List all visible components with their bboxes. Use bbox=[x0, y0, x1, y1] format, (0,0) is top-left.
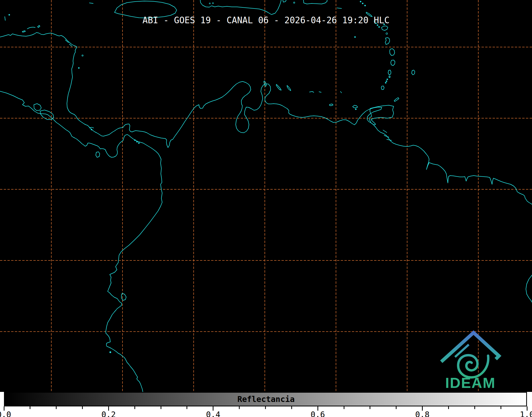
island-dot bbox=[386, 33, 388, 34]
coastline-los-roques bbox=[310, 91, 314, 92]
island-dot bbox=[354, 36, 356, 38]
island-dot bbox=[386, 81, 387, 82]
satellite-image-viewport: IDEAM ABI - GOES 19 - CANAL 06 - 2026-04… bbox=[0, 0, 532, 417]
coastline-brazil-coast-arc bbox=[526, 275, 532, 302]
colorbar-minor-tick bbox=[56, 406, 57, 409]
colorbar-tick-label: 0.2 bbox=[101, 410, 116, 417]
coastline-bocas-islet bbox=[89, 127, 94, 128]
coastline-guanaja bbox=[38, 25, 40, 28]
colorbar-minor-tick bbox=[448, 406, 449, 409]
colorbar-tick-label: 1.0 bbox=[520, 410, 532, 417]
island-dot bbox=[209, 3, 210, 4]
colorbar-minor-tick bbox=[370, 406, 370, 409]
map-title: ABI - GOES 19 - CANAL 06 - 2026-04-26 19… bbox=[0, 15, 532, 25]
coastline-bonaire bbox=[287, 85, 291, 91]
colorbar-tick-label: 0.8 bbox=[415, 410, 430, 417]
coastline-grenada bbox=[381, 86, 384, 90]
island-dot bbox=[212, 3, 213, 4]
island-dot bbox=[385, 82, 386, 83]
coastline-orinoco-delta-channel-1 bbox=[383, 130, 387, 132]
latlon-gridlines bbox=[0, 0, 532, 392]
island-dot bbox=[138, 143, 139, 144]
colorbar-tick-label: 0.4 bbox=[206, 410, 220, 417]
island-dot bbox=[91, 129, 92, 130]
coastline-curacao bbox=[276, 84, 281, 90]
colorbar-minor-tick bbox=[291, 406, 292, 409]
coastline-guadeloupe bbox=[385, 38, 390, 44]
coastline-pacific-mainland-coast bbox=[0, 91, 162, 392]
coastline-st-vincent bbox=[389, 76, 390, 78]
island-dot bbox=[365, 5, 366, 6]
colorbar-minor-tick bbox=[265, 406, 266, 409]
coastline-puerto-rico bbox=[303, 0, 327, 4]
colorbar-minor-tick bbox=[239, 406, 240, 409]
coastline-hispaniola-east-tip bbox=[283, 0, 286, 2]
colorbar-minor-tick bbox=[187, 406, 187, 409]
coastline-roatan bbox=[27, 27, 35, 29]
map-canvas: IDEAM bbox=[0, 0, 532, 392]
island-dot bbox=[379, 26, 380, 28]
colorbar-tick-label: 0.0 bbox=[0, 410, 11, 417]
colorbar-minor-tick bbox=[344, 406, 344, 409]
coastline-martinique bbox=[391, 60, 395, 66]
colorbar-minor-tick bbox=[396, 406, 397, 409]
coastline-hispaniola-south-coast bbox=[200, 0, 281, 15]
island-dot bbox=[137, 141, 138, 142]
ideam-logo: IDEAM bbox=[441, 333, 499, 391]
coastline-utila bbox=[22, 31, 25, 32]
coastlines bbox=[0, 0, 532, 392]
colorbar-minor-tick bbox=[161, 406, 161, 409]
colorbar: Reflectancia 0.00.20.40.60.81.0 bbox=[0, 392, 532, 417]
coastline-lake-managua bbox=[34, 104, 41, 111]
coastline-coiba bbox=[96, 152, 100, 157]
logo-wordmark: IDEAM bbox=[445, 374, 495, 391]
island-dot bbox=[78, 67, 79, 68]
colorbar-minor-tick bbox=[82, 406, 83, 409]
colorbar-label: Reflectancia bbox=[237, 392, 295, 406]
coastline-barbados bbox=[412, 70, 415, 75]
colorbar-minor-tick bbox=[30, 406, 30, 409]
coastline-tobago bbox=[394, 98, 399, 102]
coastline-la-tortuga bbox=[329, 104, 333, 106]
coastline-la-orchila bbox=[319, 92, 321, 92]
island-dot bbox=[360, 1, 361, 2]
island-dot bbox=[387, 79, 388, 80]
coastline-isla-puna bbox=[121, 293, 126, 300]
colorbar-minor-tick bbox=[501, 406, 501, 409]
logo-mountain-icon bbox=[441, 333, 499, 362]
coastline-vieques bbox=[337, 8, 342, 8]
logo-hurricane-swirl-icon bbox=[458, 355, 488, 377]
island-dot bbox=[294, 2, 295, 3]
coastline-st-lucia bbox=[388, 70, 391, 75]
island-dot bbox=[355, 109, 356, 110]
island-dot bbox=[362, 3, 363, 4]
coastline-la-blanquilla bbox=[340, 91, 342, 93]
coastline-dominica bbox=[390, 49, 395, 56]
coastline-margarita bbox=[353, 105, 358, 108]
island-dot bbox=[134, 140, 135, 141]
colorbar-minor-tick bbox=[134, 406, 135, 409]
colorbar-minor-tick bbox=[474, 406, 475, 409]
coastline-grand-cayman bbox=[89, 3, 93, 3]
island-dot bbox=[82, 55, 83, 56]
colorbar-tick-label: 0.6 bbox=[311, 410, 325, 417]
island-dot bbox=[110, 352, 111, 353]
coastline-antigua bbox=[381, 26, 388, 30]
